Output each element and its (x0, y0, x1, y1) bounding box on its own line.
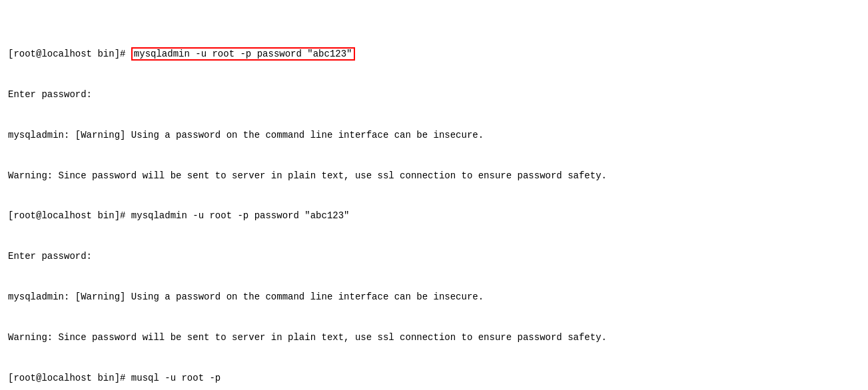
terminal-line-7: mysqladmin: [Warning] Using a password o… (8, 290, 860, 303)
terminal-window: [root@localhost bin]# mysqladmin -u root… (0, 0, 868, 390)
terminal-line-1: [root@localhost bin]# mysqladmin -u root… (8, 47, 860, 61)
terminal-line-6: Enter password: (8, 250, 860, 263)
terminal-line-3: mysqladmin: [Warning] Using a password o… (8, 128, 860, 142)
terminal-line-8: Warning: Since password will be sent to … (8, 331, 860, 344)
terminal-line-5: [root@localhost bin]# mysqladmin -u root… (8, 209, 860, 222)
highlighted-cmd-1: mysqladmin -u root -p password "abc123" (131, 47, 355, 61)
prompt-1: [root@localhost bin]# (8, 49, 131, 59)
terminal-line-4: Warning: Since password will be sent to … (8, 169, 860, 182)
terminal-line-2: Enter password: (8, 88, 860, 101)
terminal-line-9: [root@localhost bin]# musql -u root -p (8, 371, 860, 385)
